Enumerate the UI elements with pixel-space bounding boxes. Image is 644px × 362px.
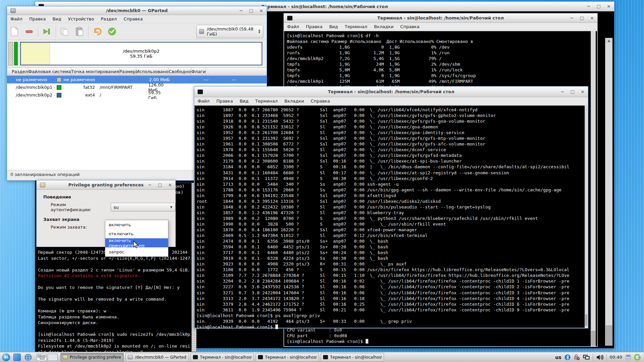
partition-bar[interactable]: /dev/mmcblk0p2 59.35 ГиБ [20,42,262,65]
restore-button[interactable]: □ [579,15,585,21]
menu-item[interactable]: Раздел [97,15,120,22]
paste-button[interactable] [72,25,87,38]
bluetooth-icon [565,354,571,360]
workspace-pager[interactable] [37,354,58,361]
terminal-prompt[interactable]: [sin@localhost Рабочий стол]$ [197,324,585,330]
apply-button[interactable] [105,25,119,38]
taskbar-task[interactable]: /dev/mmcblk0 — GParted [125,353,189,362]
terminal-line: Создан новый раздел 2 с типом 'Linux' и … [38,267,191,273]
menu-item[interactable]: Файл [7,15,26,22]
close-button[interactable]: × [167,182,173,188]
removable-media-tray-button[interactable] [625,354,631,361]
scrollbar-thumb[interactable] [591,331,595,346]
power-manager-tray-button[interactable] [574,354,580,360]
unallocated-partition-swatch[interactable] [8,42,13,65]
show-desktop-button[interactable] [12,353,22,362]
taskbar-task[interactable]: Терминал - sin@localhost:... [191,353,254,362]
titlebar[interactable]: Privilege granting preferences − □ × [37,180,175,190]
column-header[interactable]: Файловая система [28,68,71,75]
workspace-2[interactable] [48,354,58,361]
undo-button[interactable] [90,25,105,38]
column-header[interactable]: Точка монтирования [71,68,119,75]
device-selector[interactable]: /dev/mmcblk0 (59.48 ГиБ) ▲▼ [196,25,263,38]
minimize-button[interactable]: − [147,182,153,188]
spinner-arrows-icon[interactable]: ▲▼ [259,29,260,34]
terminal-line: Команда (m для справки): w [38,308,191,314]
minimize-button[interactable]: − [569,15,575,21]
scrollbar-thumb[interactable] [585,314,587,326]
logout-tray-button[interactable] [634,354,641,361]
menu-item[interactable]: Вид [326,23,341,30]
menu-item[interactable]: Устройство [65,15,98,22]
dialog-privilege-preferences[interactable]: Privilege granting preferences − □ × Пов… [36,180,176,247]
applications-menu-button[interactable]: SL [1,353,11,362]
delete-partition-button[interactable] [22,25,37,38]
keyboard-layout-indicator[interactable]: us [555,355,561,360]
table-row[interactable]: не размечено не размечено 2.00 МиБ --- -… [7,76,267,83]
display-tray-button[interactable] [583,354,590,360]
taskbar-task[interactable]: Privilege granting preferen... [60,353,124,362]
restore-button[interactable]: □ [570,89,575,95]
terminal-line: sin 3919 0.9 0.1 6328 4224 pts/3 Ss 00:3… [197,255,585,261]
close-button[interactable]: × [580,89,585,95]
new-partition-button[interactable] [7,25,22,38]
dropdown-option[interactable]: включить [105,220,168,229]
volume-icon [596,354,603,360]
minimize-button[interactable]: − [560,89,565,95]
column-header[interactable]: Использовано [136,68,169,75]
menu-item[interactable]: Файл [284,23,303,30]
scrollbar[interactable] [585,106,588,328]
window-terminal-ps[interactable]: Терминал - sin@localhost: /home/sin/Рабо… [194,86,588,328]
copy-button[interactable] [57,25,72,38]
column-header[interactable]: Флаги [191,68,206,75]
menu-item[interactable]: Терминал [341,23,371,30]
scrollbar-thumb[interactable] [606,325,612,345]
scroll-up-icon[interactable]: ▲ [605,38,612,43]
auth-mode-select[interactable]: su ▼ [111,203,175,212]
dropdown-option[interactable]: запрос [105,247,168,256]
column-header[interactable]: Размер [119,68,136,75]
scrollbar[interactable]: ▲ [605,38,612,346]
volume-tray-button[interactable] [596,354,603,360]
menu-item[interactable]: Правка [213,98,236,105]
terminal-line: root 1844 0.0 0.3 395124 13316 ? Ssl апр… [197,198,585,204]
minimize-button[interactable]: − [238,8,244,13]
column-header[interactable]: Свободно [169,68,191,75]
close-button[interactable]: × [606,4,611,9]
menu-item[interactable]: Вид [236,98,252,105]
menu-item[interactable]: Справка [120,15,146,22]
menu-item[interactable]: Вкладки [371,23,397,30]
column-header[interactable]: Раздел [7,68,28,75]
taskbar-task[interactable]: Терминал - sin@localhost:... [321,353,384,362]
titlebar[interactable]: Терминал - sin@localhost: /home/sin/Рабо… [284,13,597,23]
scrollbar[interactable] [591,31,596,346]
dropdown-option[interactable]: отключить [105,229,168,238]
menu-item[interactable]: Справка [307,98,333,105]
menu-item[interactable]: Вкладки [281,98,307,105]
web-browser-launcher[interactable] [23,353,33,362]
terminal-prompt[interactable]: [sin@localhost Рабочий стол]$ [287,339,368,344]
titlebar[interactable]: Терминал - sin@localhost: /home/sin/Рабо… [194,86,588,97]
menu-item[interactable]: Правка [26,15,49,22]
terminal-line: The signature will be removed by a write… [38,296,191,302]
restore-button[interactable]: □ [157,182,163,188]
bluetooth-tray-button[interactable] [565,354,571,360]
menu-item[interactable]: Справка [397,23,423,30]
restore-button[interactable]: □ [596,4,601,9]
menu-item[interactable]: Вид [49,15,64,22]
close-button[interactable]: × [259,8,264,13]
restore-button[interactable]: □ [249,8,254,13]
terminal-line: sin 1918 0.0 0.1 231540 5432 ? Ssl апр07… [197,118,585,124]
clock[interactable]: 00:40 [610,355,622,360]
menu-item[interactable]: Терминал [252,98,281,105]
fat32-partition-swatch[interactable] [14,42,18,65]
workspace-1[interactable] [37,354,47,361]
menu-item[interactable]: Правка [303,23,326,30]
close-button[interactable]: × [589,15,595,21]
terminal-line: tmpfs 5,0M 4,0K 5,0M 1% /run/lock [287,67,597,73]
minimize-button[interactable]: − [586,4,591,9]
titlebar[interactable]: /dev/mmcblk0 — GParted − □ × [7,6,267,15]
menu-item[interactable]: Файл [194,98,213,105]
resize-move-button[interactable] [40,25,54,38]
taskbar-task[interactable]: Терминал - sin@localhost:... [256,353,319,362]
